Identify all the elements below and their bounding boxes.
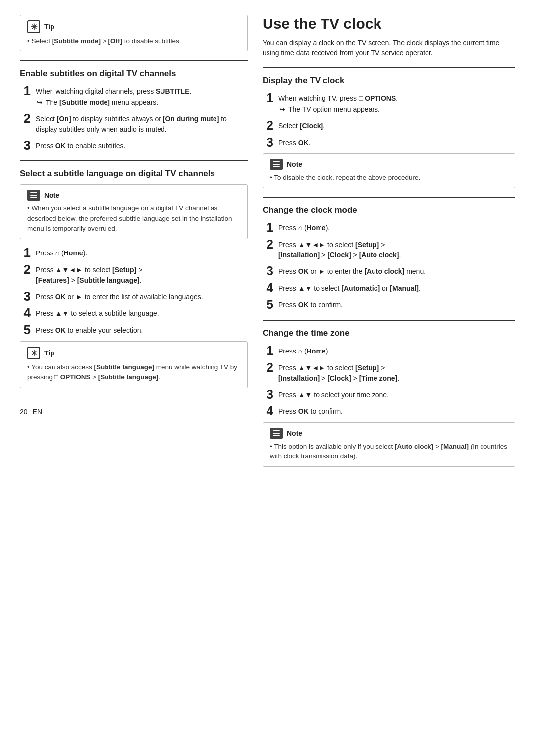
step-display-3: 3 Press OK. <box>263 136 515 149</box>
note-header-clock: Note <box>270 159 508 170</box>
note-label-tz: Note <box>287 429 302 437</box>
note-line-1 <box>30 192 37 193</box>
step-num-clockmode-2: 2 <box>263 238 273 251</box>
step-clockmode-3: 3 Press OK or ► to enter the [Auto clock… <box>263 264 515 277</box>
step-num-sublang-2: 2 <box>20 263 31 276</box>
enable-subtitles-steps: 1 When watching digital channels, press … <box>20 84 248 151</box>
footer: 20 EN <box>20 408 248 416</box>
note-icon-lines <box>30 192 37 198</box>
step-num-sublang-3: 3 <box>20 290 31 302</box>
note-clock-line-1 <box>273 161 280 162</box>
step-num-tz-2: 2 <box>263 361 273 374</box>
step-sublang-2: 2 Press ▲▼◄► to select [Setup] >[Feature… <box>20 263 248 286</box>
step-content-display-1: When watching TV, press □ OPTIONS. ↪ The… <box>278 91 398 115</box>
step-sublang-1: 1 Press ⌂ (Home). <box>20 246 248 259</box>
note-content-subtitle-lang: When you select a subtitle language on a… <box>27 203 240 234</box>
step-num-sublang-4: 4 <box>20 306 31 319</box>
step-content-sublang-2: Press ▲▼◄► to select [Setup] >[Features]… <box>36 263 142 286</box>
step-num-clockmode-1: 1 <box>263 221 273 234</box>
divider-1 <box>20 60 248 61</box>
note-content-tz: This option is available only if you sel… <box>270 442 508 462</box>
divider-2 <box>20 160 248 161</box>
section-subtitle-lang: Select a subtitle language on digital TV… <box>20 168 248 336</box>
tip-icon-1: ✳ <box>27 20 40 33</box>
note-box-clock: Note To disable the clock, repeat the ab… <box>263 153 515 188</box>
right-column: Use the TV clock You can display a clock… <box>263 15 515 741</box>
footer-text: 20 EN <box>20 408 248 416</box>
section-display-clock-title: Display the TV clock <box>263 75 515 86</box>
step-sublang-3: 3 Press OK or ► to enter the list of ava… <box>20 290 248 302</box>
step-content-clockmode-4: Press ▲▼ to select [Automatic] or [Manua… <box>278 281 421 294</box>
note-line-3 <box>30 197 37 198</box>
clock-mode-steps: 1 Press ⌂ (Home). 2 Press ▲▼◄► to select… <box>263 221 515 311</box>
note-clock-line-3 <box>273 166 280 167</box>
step-content-display-2: Select [Clock]. <box>278 119 325 131</box>
note-tz-line-1 <box>273 430 280 431</box>
step-sub-enable-1: The [Subtitle mode] menu appears. <box>46 98 158 108</box>
time-zone-steps: 1 Press ⌂ (Home). 2 Press ▲▼◄► to select… <box>263 344 515 417</box>
step-display-2: 2 Select [Clock]. <box>263 119 515 132</box>
step-content-sublang-3: Press OK or ► to enter the list of avail… <box>36 290 203 302</box>
step-display-1: 1 When watching TV, press □ OPTIONS. ↪ T… <box>263 91 515 115</box>
note-icon-lines-tz <box>273 430 280 436</box>
step-num-tz-4: 4 <box>263 404 273 417</box>
section-enable-subtitles: Enable subtitles on digital TV channels … <box>20 68 248 151</box>
step-num-enable-3: 3 <box>20 139 31 151</box>
step-content-tz-1: Press ⌂ (Home). <box>278 344 330 356</box>
divider-right-1 <box>263 67 515 68</box>
step-num-clockmode-5: 5 <box>263 298 273 311</box>
step-enable-1: 1 When watching digital channels, press … <box>20 84 248 108</box>
step-content-enable-1: When watching digital channels, press SU… <box>36 84 191 108</box>
note-line-2 <box>30 195 37 196</box>
main-title: Use the TV clock <box>263 15 515 33</box>
step-sublang-4: 4 Press ▲▼ to select a subtitle language… <box>20 306 248 319</box>
section-time-zone: Change the time zone 1 Press ⌂ (Home). 2… <box>263 328 515 467</box>
step-content-sublang-5: Press OK to enable your selection. <box>36 323 143 336</box>
section-subtitle-lang-title: Select a subtitle language on digital TV… <box>20 168 248 179</box>
intro-text: You can display a clock on the TV screen… <box>263 38 515 58</box>
step-content-enable-2: Select [On] to display subtitles always … <box>36 112 248 135</box>
step-content-clockmode-5: Press OK to confirm. <box>278 298 343 310</box>
note-tz-line-2 <box>273 433 280 434</box>
note-label-subtitle-lang: Note <box>44 191 59 199</box>
step-num-display-3: 3 <box>263 136 273 149</box>
step-clockmode-1: 1 Press ⌂ (Home). <box>263 221 515 234</box>
note-header-subtitle-lang: Note <box>27 190 240 201</box>
step-num-enable-1: 1 <box>20 84 31 97</box>
step-num-sublang-1: 1 <box>20 246 31 259</box>
step-num-enable-2: 2 <box>20 112 31 125</box>
step-content-enable-3: Press OK to enable subtitles. <box>36 139 125 151</box>
step-content-tz-2: Press ▲▼◄► to select [Setup] >[Installat… <box>278 361 399 384</box>
step-sub-display-1: The TV option menu appears. <box>288 104 380 115</box>
note-icon-tz <box>270 428 283 439</box>
page-lang: EN <box>33 408 42 416</box>
step-content-clockmode-1: Press ⌂ (Home). <box>278 221 330 233</box>
step-enable-2: 2 Select [On] to display subtitles alway… <box>20 112 248 135</box>
display-clock-steps: 1 When watching TV, press □ OPTIONS. ↪ T… <box>263 91 515 149</box>
tip-label-1: Tip <box>44 23 54 31</box>
step-clockmode-4: 4 Press ▲▼ to select [Automatic] or [Man… <box>263 281 515 294</box>
divider-right-3 <box>263 320 515 321</box>
step-content-sublang-1: Press ⌂ (Home). <box>36 246 87 258</box>
subtitle-lang-steps: 1 Press ⌂ (Home). 2 Press ▲▼◄► to select… <box>20 246 248 336</box>
page-number: 20 <box>20 408 28 416</box>
step-num-display-1: 1 <box>263 91 273 104</box>
section-enable-title: Enable subtitles on digital TV channels <box>20 68 248 79</box>
step-clockmode-2: 2 Press ▲▼◄► to select [Setup] >[Install… <box>263 238 515 260</box>
step-enable-3: 3 Press OK to enable subtitles. <box>20 139 248 151</box>
step-num-clockmode-4: 4 <box>263 281 273 294</box>
step-content-display-3: Press OK. <box>278 136 311 148</box>
tip-content-1: Select [Subtitle mode] > [Off] to disabl… <box>27 36 240 46</box>
step-sublang-5: 5 Press OK to enable your selection. <box>20 323 248 336</box>
tip-header-1: ✳ Tip <box>27 20 240 33</box>
step-num-clockmode-3: 3 <box>263 264 273 277</box>
tip-icon-2: ✳ <box>27 347 40 359</box>
note-icon-clock <box>270 159 283 170</box>
step-num-tz-3: 3 <box>263 388 273 401</box>
step-tz-1: 1 Press ⌂ (Home). <box>263 344 515 357</box>
note-tz-line-3 <box>273 435 280 436</box>
step-content-clockmode-3: Press OK or ► to enter the [Auto clock] … <box>278 264 426 277</box>
note-label-clock: Note <box>287 160 302 168</box>
step-num-tz-1: 1 <box>263 344 273 357</box>
note-box-subtitle-lang: Note When you select a subtitle language… <box>20 184 248 239</box>
